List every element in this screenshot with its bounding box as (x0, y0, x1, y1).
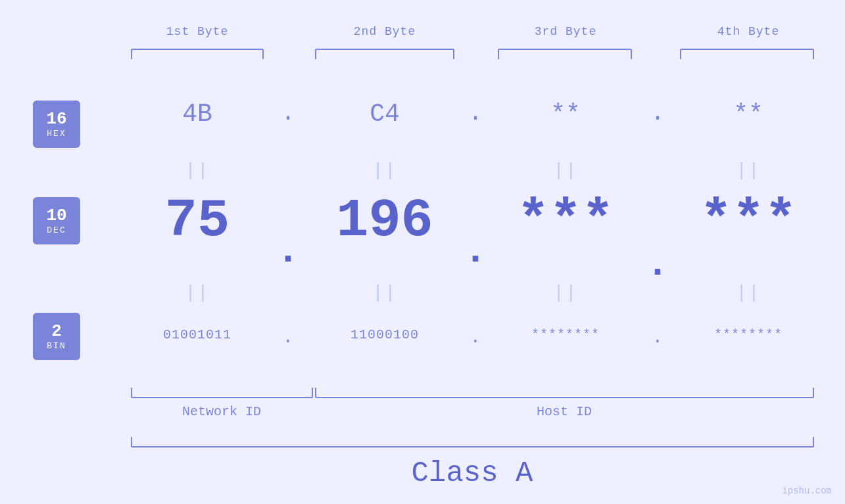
class-label: Class A (412, 457, 533, 490)
eq1-byte2: || (372, 160, 397, 181)
bin-byte3: ******** (531, 327, 600, 342)
dec-dot2: . (464, 229, 487, 273)
bin-dot1: . (283, 327, 294, 348)
byte1-label: 1st Byte (166, 25, 228, 38)
dec-dot1: . (276, 229, 300, 273)
dec-badge-num: 10 (46, 206, 66, 225)
dec-byte2: 196 (336, 191, 433, 252)
hex-dot2: . (468, 100, 483, 127)
byte2-label: 2nd Byte (354, 25, 416, 38)
bin-badge: 2 BIN (33, 313, 80, 360)
bin-badge-sub: BIN (47, 341, 66, 351)
hex-badge-sub: HEX (47, 129, 66, 139)
hex-badge: 16 HEX (33, 101, 80, 148)
eq2-byte3: || (553, 283, 578, 303)
byte4-label: 4th Byte (717, 25, 779, 38)
eq2-byte4: || (736, 283, 761, 303)
network-id-label: Network ID (182, 404, 261, 419)
dec-badge-sub: DEC (47, 225, 66, 235)
byte3-label: 3rd Byte (535, 25, 596, 38)
bin-byte4: ******** (714, 327, 783, 342)
hex-dot1: . (281, 100, 295, 127)
eq1-byte3: || (553, 160, 578, 181)
eq1-byte1: || (185, 160, 210, 181)
bin-badge-num: 2 (51, 322, 62, 341)
watermark: ipshu.com (782, 486, 832, 496)
dec-byte3: *** (517, 191, 614, 252)
dec-badge: 10 DEC (33, 197, 80, 244)
bin-byte1: 01001011 (163, 327, 231, 342)
hex-byte3: ** (550, 100, 581, 128)
dec-dot3: . (646, 242, 669, 286)
host-id-label: Host ID (537, 404, 592, 419)
bin-byte2: 11000100 (350, 327, 419, 342)
eq1-byte4: || (736, 160, 761, 181)
hex-byte1: 4B (182, 100, 212, 128)
bin-dot3: . (652, 327, 664, 348)
dec-byte1: 75 (165, 191, 229, 252)
dec-byte4: *** (700, 191, 797, 252)
hex-badge-num: 16 (46, 110, 66, 129)
eq2-byte2: || (372, 283, 397, 303)
hex-byte2: C4 (370, 100, 400, 128)
hex-dot3: . (650, 100, 665, 127)
bin-dot2: . (470, 327, 481, 348)
hex-byte4: ** (733, 100, 763, 128)
eq2-byte1: || (185, 283, 210, 303)
